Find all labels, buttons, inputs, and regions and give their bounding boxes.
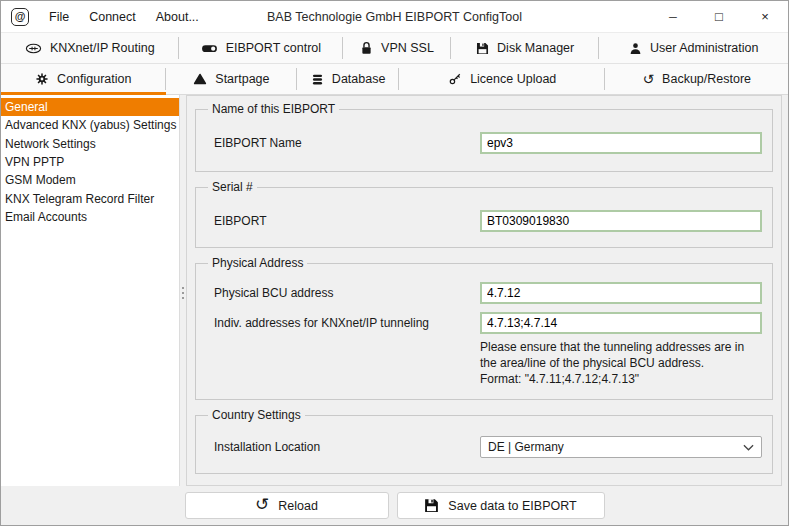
home-icon xyxy=(193,73,207,85)
footer-bar: ↺ Reload Save data to EIBPORT xyxy=(1,486,788,525)
group-country-settings: Country Settings Installation Location D… xyxy=(195,408,773,474)
sidebar-item-general[interactable]: General xyxy=(1,98,179,116)
database-icon xyxy=(311,73,324,86)
close-icon[interactable]: × xyxy=(742,1,788,32)
dropdown-selected-value: DE | Germany xyxy=(488,440,743,454)
lock-icon xyxy=(360,41,373,55)
menu-connect[interactable]: Connect xyxy=(89,10,136,24)
tab-label: Startpage xyxy=(215,72,269,86)
tunneling-addresses-label: Indiv. addresses for KNXnet/IP tunneling xyxy=(214,316,480,330)
tab-label: Configuration xyxy=(57,72,131,86)
configtool-window: @ File Connect About... BAB Technologie … xyxy=(0,0,789,526)
tunneling-addresses-input[interactable] xyxy=(480,312,762,334)
settings-panel: Name of this EIBPORT EIBPORT Name Serial… xyxy=(186,95,782,486)
sidebar-item-network-settings[interactable]: Network Settings xyxy=(1,135,179,153)
tab-row-1: KNXnet/IP Routing EIBPORT control VPN SS… xyxy=(1,33,788,64)
tab-startpage[interactable]: Startpage xyxy=(166,64,298,94)
tab-label: Licence Upload xyxy=(470,72,556,86)
group-physical-address: Physical Address Physical BCU address In… xyxy=(195,256,773,400)
tab-backup-restore[interactable]: ↺ Backup/Restore xyxy=(605,64,788,94)
tab-disk-manager[interactable]: Disk Manager xyxy=(451,33,600,63)
group-legend: Physical Address xyxy=(208,256,307,270)
menu-about[interactable]: About... xyxy=(156,10,199,24)
backup-restore-icon: ↺ xyxy=(642,72,654,86)
installation-location-dropdown[interactable]: DE | Germany xyxy=(480,436,762,458)
serial-input[interactable] xyxy=(480,210,762,232)
reload-button[interactable]: ↺ Reload xyxy=(185,492,389,519)
tab-label: Backup/Restore xyxy=(662,72,751,86)
maximize-icon[interactable]: □ xyxy=(696,1,742,32)
tab-label: Database xyxy=(332,72,386,86)
tab-knxnet-ip-routing[interactable]: KNXnet/IP Routing xyxy=(1,33,179,63)
eibport-name-label: EIBPORT Name xyxy=(214,136,480,150)
minimize-icon[interactable]: ─ xyxy=(650,1,696,32)
sidebar-item-vpn-pptp[interactable]: VPN PPTP xyxy=(1,153,179,171)
tunneling-note: Please ensure that the tunneling address… xyxy=(480,340,762,387)
group-name-of-eibport: Name of this EIBPORT EIBPORT Name xyxy=(195,102,773,172)
save-button-label: Save data to EIBPORT xyxy=(448,499,576,513)
group-legend: Serial # xyxy=(208,180,257,194)
sidebar-item-email-accounts[interactable]: Email Accounts xyxy=(1,208,179,226)
save-icon xyxy=(424,498,439,513)
serial-label: EIBPORT xyxy=(214,214,480,228)
tab-database[interactable]: Database xyxy=(297,64,399,94)
sidebar-item-gsm-modem[interactable]: GSM Modem xyxy=(1,171,179,189)
title-bar: @ File Connect About... BAB Technologie … xyxy=(1,1,788,33)
tab-label: Disk Manager xyxy=(497,41,574,55)
tab-licence-upload[interactable]: Licence Upload xyxy=(399,64,605,94)
installation-location-label: Installation Location xyxy=(214,440,480,454)
toggle-switch-icon xyxy=(201,42,218,55)
tab-configuration[interactable]: Configuration xyxy=(1,64,166,94)
group-legend: Country Settings xyxy=(208,408,305,422)
tab-label: EIBPORT control xyxy=(226,41,321,55)
person-icon xyxy=(629,42,642,55)
eibport-name-input[interactable] xyxy=(480,132,762,154)
window-controls: ─ □ × xyxy=(650,1,788,32)
tab-label: User Administration xyxy=(650,41,758,55)
chevron-down-icon xyxy=(743,444,754,451)
tab-vpn-ssl[interactable]: VPN SSL xyxy=(343,33,451,63)
key-icon xyxy=(448,72,462,86)
tab-label: KNXnet/IP Routing xyxy=(50,41,155,55)
reload-button-label: Reload xyxy=(278,499,318,513)
window-title: BAB Technologie GmbH EIBPORT ConfigTool xyxy=(267,10,522,24)
group-serial: Serial # EIBPORT xyxy=(195,180,773,248)
menu-file[interactable]: File xyxy=(49,10,69,24)
gear-icon xyxy=(35,72,49,86)
save-data-button[interactable]: Save data to EIBPORT xyxy=(397,492,605,519)
content-area: General Advanced KNX (yabus) Settings Ne… xyxy=(1,95,788,486)
reload-icon: ↺ xyxy=(255,496,269,513)
knx-bus-icon xyxy=(25,42,42,55)
tunneling-note-line2: Format: "4.7.11;4.7.12;4.7.13" xyxy=(480,372,762,388)
group-legend: Name of this EIBPORT xyxy=(208,102,339,116)
tunneling-note-line1: Please ensure that the tunneling address… xyxy=(480,340,762,372)
disk-icon xyxy=(476,42,489,55)
app-logo-icon: @ xyxy=(11,8,29,26)
tab-row-2: Configuration Startpage Database Licence… xyxy=(1,64,788,95)
physical-bcu-label: Physical BCU address xyxy=(214,286,480,300)
sidebar-item-advanced-knx[interactable]: Advanced KNX (yabus) Settings xyxy=(1,116,179,134)
tab-eibport-control[interactable]: EIBPORT control xyxy=(179,33,344,63)
physical-bcu-input[interactable] xyxy=(480,282,762,304)
config-section-list: General Advanced KNX (yabus) Settings Ne… xyxy=(1,95,180,486)
tab-user-administration[interactable]: User Administration xyxy=(599,33,788,63)
sidebar-item-knx-telegram-record-filter[interactable]: KNX Telegram Record Filter xyxy=(1,189,179,207)
tab-label: VPN SSL xyxy=(381,41,434,55)
